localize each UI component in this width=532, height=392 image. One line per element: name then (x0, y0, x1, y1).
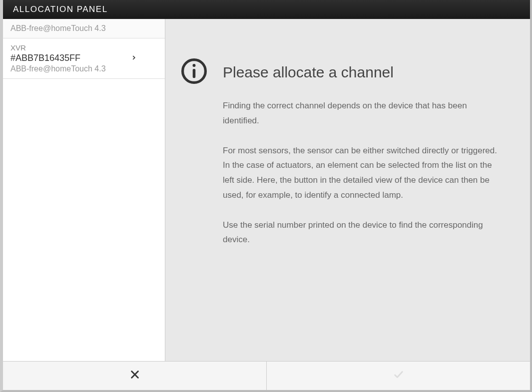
footer-buttons (3, 361, 530, 390)
chevron-right-icon (130, 53, 137, 64)
sidebar: ABB-free@homeTouch 4.3 XVR #ABB7B16435FF… (3, 19, 165, 361)
panel-title: ALLOCATION PANEL (13, 4, 108, 14)
info-icon (180, 57, 208, 341)
allocation-panel: ALLOCATION PANEL ABB-free@homeTouch 4.3 … (0, 0, 532, 392)
confirm-button[interactable] (267, 362, 530, 390)
svg-point-1 (193, 64, 196, 67)
svg-rect-2 (193, 69, 196, 78)
panel-header: ALLOCATION PANEL (3, 0, 530, 19)
main-area: ABB-free@homeTouch 4.3 XVR #ABB7B16435FF… (3, 19, 530, 361)
content-paragraph-2: For most sensors, the sensor can be eith… (223, 143, 500, 203)
sidebar-item-device[interactable]: XVR #ABB7B16435FF ABB-free@homeTouch 4.3 (3, 38, 165, 79)
close-icon (129, 369, 140, 383)
content-paragraph-3: Use the serial number printed on the dev… (223, 218, 500, 248)
sidebar-item-shortname: XVR (10, 43, 157, 52)
content-paragraph-1: Finding the correct channel depends on t… (223, 98, 500, 128)
cancel-button[interactable] (3, 362, 267, 390)
sidebar-item-model: ABB-free@homeTouch 4.3 (10, 64, 157, 73)
check-icon (393, 369, 404, 383)
content-pane: Please allocate a channel Finding the co… (165, 19, 530, 361)
content-text: Please allocate a channel Finding the co… (223, 59, 500, 341)
content-title: Please allocate a channel (223, 64, 500, 81)
sidebar-item-label: ABB-free@homeTouch 4.3 (10, 24, 106, 32)
sidebar-item-device-type[interactable]: ABB-free@homeTouch 4.3 (3, 19, 165, 38)
